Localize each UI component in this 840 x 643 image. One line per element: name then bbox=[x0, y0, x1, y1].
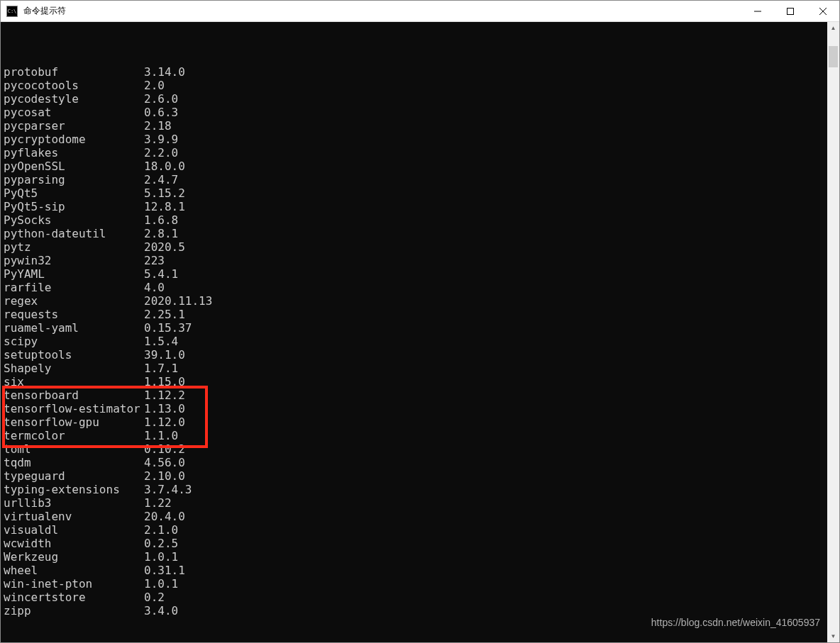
package-row: urllib31.22 bbox=[4, 496, 827, 510]
package-version: 0.10.2 bbox=[144, 442, 185, 456]
package-name: typeguard bbox=[4, 469, 144, 483]
package-row: requests2.25.1 bbox=[4, 308, 827, 321]
package-name: pycocotools bbox=[4, 79, 144, 92]
titlebar[interactable]: C:\ 命令提示符 bbox=[1, 1, 839, 22]
package-row: tqdm4.56.0 bbox=[4, 456, 827, 469]
package-version: 1.22 bbox=[144, 496, 172, 510]
package-name: python-dateutil bbox=[4, 227, 144, 240]
package-row: tensorboard1.12.2 bbox=[4, 388, 827, 402]
package-row: typeguard2.10.0 bbox=[4, 469, 827, 483]
package-version: 2.25.1 bbox=[144, 308, 185, 321]
package-version: 1.0.1 bbox=[144, 577, 178, 591]
package-name: tqdm bbox=[4, 456, 144, 469]
package-row: pycodestyle2.6.0 bbox=[4, 92, 827, 106]
maximize-button[interactable] bbox=[774, 1, 807, 21]
package-name: zipp bbox=[4, 604, 144, 617]
package-row: pycparser2.18 bbox=[4, 119, 827, 133]
package-name: pyOpenSSL bbox=[4, 160, 144, 173]
package-version: 2.8.1 bbox=[144, 227, 178, 240]
package-row: tensorflow-gpu1.12.0 bbox=[4, 415, 827, 429]
package-version: 2.6.0 bbox=[144, 92, 178, 106]
package-row: tensorflow-estimator1.13.0 bbox=[4, 402, 827, 415]
scroll-thumb[interactable] bbox=[829, 46, 838, 67]
package-name: toml bbox=[4, 442, 144, 456]
package-name: PyQt5 bbox=[4, 186, 144, 200]
scroll-down-button[interactable]: ▼ bbox=[827, 630, 839, 642]
package-row: wincertstore0.2 bbox=[4, 591, 827, 604]
package-version: 0.31.1 bbox=[144, 564, 185, 577]
package-version: 3.14.0 bbox=[144, 65, 185, 79]
package-row: rarfile4.0 bbox=[4, 281, 827, 294]
package-name: tensorboard bbox=[4, 388, 144, 402]
package-name: pycosat bbox=[4, 106, 144, 119]
cmd-icon: C:\ bbox=[6, 6, 18, 17]
package-name: regex bbox=[4, 294, 144, 308]
package-name: tensorflow-estimator bbox=[4, 402, 144, 415]
package-row: PyYAML5.4.1 bbox=[4, 267, 827, 281]
package-version: 3.4.0 bbox=[144, 604, 178, 617]
package-name: tensorflow-gpu bbox=[4, 415, 144, 429]
package-name: Shapely bbox=[4, 362, 144, 375]
package-row: Werkzeug1.0.1 bbox=[4, 550, 827, 564]
package-name: pyflakes bbox=[4, 146, 144, 160]
package-row: regex2020.11.13 bbox=[4, 294, 827, 308]
console-output[interactable]: protobuf3.14.0pycocotools2.0pycodestyle2… bbox=[1, 22, 827, 642]
package-version: 2020.5 bbox=[144, 240, 185, 254]
package-name: PyQt5-sip bbox=[4, 200, 144, 213]
vertical-scrollbar[interactable]: ▲ ▼ bbox=[827, 22, 839, 642]
package-row: pyOpenSSL18.0.0 bbox=[4, 160, 827, 173]
command-prompt-window: C:\ 命令提示符 protobuf3.14.0pycocotools2.0py… bbox=[0, 0, 840, 643]
package-version: 0.6.3 bbox=[144, 106, 178, 119]
package-row: protobuf3.14.0 bbox=[4, 65, 827, 79]
package-version: 1.5.4 bbox=[144, 335, 178, 348]
package-name: ruamel-yaml bbox=[4, 321, 144, 335]
package-version: 2020.11.13 bbox=[144, 294, 212, 308]
package-version: 39.1.0 bbox=[144, 348, 185, 362]
package-version: 18.0.0 bbox=[144, 160, 185, 173]
package-version: 5.15.2 bbox=[144, 186, 185, 200]
package-version: 1.7.1 bbox=[144, 362, 178, 375]
package-row: setuptools39.1.0 bbox=[4, 348, 827, 362]
package-name: termcolor bbox=[4, 429, 144, 442]
package-version: 3.7.4.3 bbox=[144, 483, 192, 496]
package-row: six1.15.0 bbox=[4, 375, 827, 388]
package-name: PyYAML bbox=[4, 267, 144, 281]
package-name: urllib3 bbox=[4, 496, 144, 510]
package-name: pycodestyle bbox=[4, 92, 144, 106]
package-version: 12.8.1 bbox=[144, 200, 185, 213]
package-version: 5.4.1 bbox=[144, 267, 178, 281]
package-row: PyQt5-sip12.8.1 bbox=[4, 200, 827, 213]
package-row: wcwidth0.2.5 bbox=[4, 537, 827, 550]
package-row: win-inet-pton1.0.1 bbox=[4, 577, 827, 591]
package-name: protobuf bbox=[4, 65, 144, 79]
package-version: 4.56.0 bbox=[144, 456, 185, 469]
package-row: scipy1.5.4 bbox=[4, 335, 827, 348]
package-version: 1.15.0 bbox=[144, 375, 185, 388]
package-version: 0.15.37 bbox=[144, 321, 192, 335]
package-version: 3.9.9 bbox=[144, 133, 178, 146]
minimize-button[interactable] bbox=[741, 1, 774, 21]
package-name: pyparsing bbox=[4, 173, 144, 186]
package-row: pycocotools2.0 bbox=[4, 79, 827, 92]
package-name: wcwidth bbox=[4, 537, 144, 550]
package-version: 2.18 bbox=[144, 119, 172, 133]
package-name: pycryptodome bbox=[4, 133, 144, 146]
package-version: 2.10.0 bbox=[144, 469, 185, 483]
package-version: 2.2.0 bbox=[144, 146, 178, 160]
package-row: pywin32223 bbox=[4, 254, 827, 267]
package-name: virtualenv bbox=[4, 510, 144, 523]
package-row: toml0.10.2 bbox=[4, 442, 827, 456]
scroll-up-button[interactable]: ▲ bbox=[827, 22, 839, 34]
close-button[interactable] bbox=[807, 1, 839, 21]
package-row: virtualenv20.4.0 bbox=[4, 510, 827, 523]
package-name: rarfile bbox=[4, 281, 144, 294]
package-row: pycryptodome3.9.9 bbox=[4, 133, 827, 146]
package-name: wincertstore bbox=[4, 591, 144, 604]
package-row: wheel0.31.1 bbox=[4, 564, 827, 577]
package-version: 1.13.0 bbox=[144, 402, 185, 415]
console-area: protobuf3.14.0pycocotools2.0pycodestyle2… bbox=[1, 22, 839, 642]
package-row: PyQt55.15.2 bbox=[4, 186, 827, 200]
package-row: pytz2020.5 bbox=[4, 240, 827, 254]
package-version: 1.6.8 bbox=[144, 213, 178, 227]
package-name: scipy bbox=[4, 335, 144, 348]
